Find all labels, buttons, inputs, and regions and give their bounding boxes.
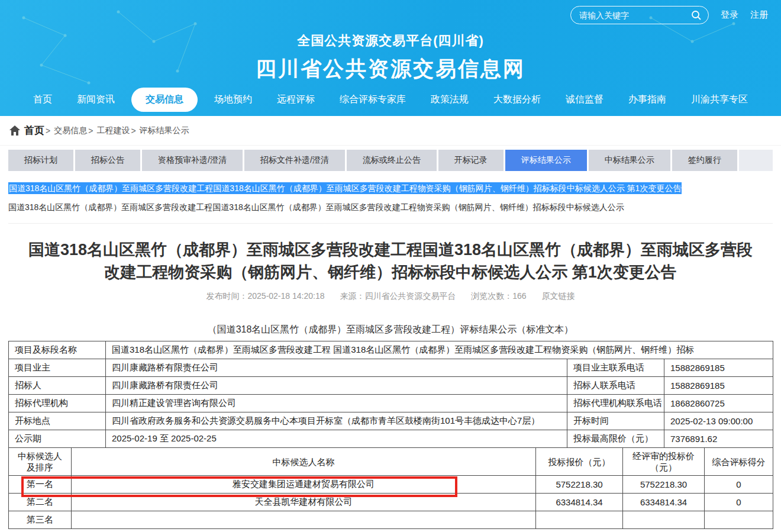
candidate-name — [72, 511, 536, 529]
detail-value: 国道318名山区黑竹（成都界）至雨城区多营段改建工程 国道318名山区黑竹（成都… — [106, 341, 773, 359]
column-header-rank: 中标候选人及排序 — [9, 448, 72, 476]
breadcrumb-trade-info[interactable]: 交易信息 — [54, 125, 87, 136]
candidate-name: 雅安交建集团运通建材贸易有限公司 — [72, 476, 536, 494]
candidate-bid — [536, 511, 623, 529]
breadcrumb-separator: > — [46, 126, 50, 136]
detail-value: 15882869185 — [664, 377, 773, 395]
register-link[interactable]: 注册 — [750, 9, 768, 21]
column-header-name: 中标候选人名称 — [72, 448, 536, 476]
page: 登录 注册 全国公共资源交易平台(四川省) 四川省公共资源交易信息网 首页 新闻… — [0, 0, 781, 532]
breadcrumb-engineering[interactable]: 工程建设 — [96, 125, 130, 136]
detail-value: 四川精正建设管理咨询有限公司 — [106, 395, 567, 412]
nav-item-home[interactable]: 首页 — [25, 88, 60, 112]
page-title-line1: 国道318名山区黑竹（成都界）至雨城区多营段改建工程国道318名山区黑竹（成都界… — [18, 238, 763, 261]
detail-value: 四川省政府政务服务和公共资源交易服务中心本项目开标室（成都市青羊区鼓楼南街101… — [106, 412, 567, 430]
table-row: 公示期 2025-02-19 至 2025-02-25 投标最高限价（元） 73… — [9, 430, 773, 448]
list-item[interactable]: 国道318名山区黑竹（成都界）至雨城区多营段改建工程国道318名山区黑竹（成都界… — [8, 201, 773, 214]
original-link[interactable]: 原文链接 — [542, 291, 575, 301]
nav-item-venue-booking[interactable]: 场地预约 — [206, 88, 260, 112]
tab-evaluation-result[interactable]: 评标结果公示 — [505, 150, 587, 171]
list-item-selected[interactable]: 国道318名山区黑竹（成都界）至雨城区多营段改建工程国道318名山区黑竹（成都界… — [8, 182, 773, 195]
detail-label: 投标最高限价（元） — [567, 430, 664, 448]
detail-label: 项目及标段名称 — [9, 341, 106, 359]
tab-failed-or-terminated[interactable]: 流标或终止公告 — [347, 150, 437, 171]
detail-value: 四川康藏路桥有限责任公司 — [106, 359, 567, 377]
candidate-name: 天全县凯华建材有限公司 — [72, 494, 536, 511]
column-header-evaluated-bid: 经评审的投标价（元） — [623, 448, 705, 476]
page-title-line2: 改建工程物资采购（钢筋网片、钢纤维）招标标段中标候选人公示 第1次变更公告 — [18, 261, 763, 283]
site-header: 登录 注册 全国公共资源交易平台(四川省) 四川省公共资源交易信息网 首页 新闻… — [0, 0, 781, 116]
candidate-header-row: 中标候选人及排序 中标候选人名称 投标报价（元） 经评审的投标价（元） 综合评标… — [9, 448, 773, 476]
nav-item-chuanyu-zone[interactable]: 川渝共享专区 — [683, 88, 756, 112]
detail-label: 项目业主 — [9, 359, 106, 377]
candidate-rank: 第二名 — [9, 494, 72, 511]
nav-item-integrity[interactable]: 诚信监督 — [557, 88, 612, 112]
breadcrumb: 首页 > 交易信息 > 工程建设 > 评标结果公示 — [0, 116, 781, 146]
login-link[interactable]: 登录 — [721, 9, 738, 21]
article-meta: 发布时间：2025-02-18 14:20:18 来源：四川省公共资源交易平台 … — [0, 291, 781, 302]
tab-bidding-plan[interactable]: 招标计划 — [8, 150, 73, 171]
source: 来源：四川省公共资源交易平台 — [340, 291, 456, 301]
candidate-row-third: 第三名 — [9, 511, 773, 529]
tab-winning-result[interactable]: 中标结果公示 — [589, 150, 670, 171]
site-subtitle: 全国公共资源交易平台(四川省) — [0, 32, 781, 50]
result-list: 国道318名山区黑竹（成都界）至雨城区多营段改建工程国道318名山区黑竹（成都界… — [8, 182, 773, 224]
search-input[interactable] — [579, 11, 690, 20]
topbar: 登录 注册 — [570, 6, 768, 24]
candidate-score — [705, 511, 773, 529]
view-count: 浏览次数：166 — [471, 291, 526, 301]
nav-item-big-data[interactable]: 大数据分析 — [485, 88, 549, 112]
search-box — [570, 6, 709, 24]
page-title: 国道318名山区黑竹（成都界）至雨城区多营段改建工程国道318名山区黑竹（成都界… — [18, 238, 763, 283]
nav-item-guide[interactable]: 办事指南 — [620, 88, 674, 112]
detail-label: 开标地点 — [9, 412, 106, 430]
project-detail-table: 项目及标段名称 国道318名山区黑竹（成都界）至雨城区多营段改建工程 国道318… — [8, 341, 773, 448]
detail-value: 2025-02-13 09:00:00 — [664, 412, 773, 430]
nav-item-remote-evaluation[interactable]: 远程评标 — [269, 88, 323, 112]
breadcrumb-home[interactable]: 首页 — [24, 124, 44, 137]
column-header-score: 综合评标得分 — [705, 448, 773, 476]
nav-item-news[interactable]: 新闻资讯 — [69, 88, 123, 112]
detail-value: 15882869185 — [664, 359, 773, 377]
candidate-evaluated-bid: 6334814.34 — [623, 494, 705, 511]
detail-label: 招标代理机构联系电话 — [567, 395, 664, 412]
detail-label: 招标人 — [9, 377, 106, 395]
detail-label: 开标时间 — [567, 412, 664, 430]
tab-bidding-announcement[interactable]: 招标公告 — [75, 150, 140, 171]
selected-text: 国道318名山区黑竹（成都界）至雨城区多营段改建工程国道318名山区黑竹（成都界… — [8, 182, 682, 194]
site-title: 四川省公共资源交易信息网 — [0, 55, 781, 83]
column-header-bid: 投标报价（元） — [536, 448, 623, 476]
candidate-table: 中标候选人及排序 中标候选人名称 投标报价（元） 经评审的投标价（元） 综合评标… — [8, 447, 773, 529]
candidate-score: 0 — [705, 476, 773, 494]
detail-value: 四川康藏路桥有限责任公司 — [106, 377, 567, 395]
candidate-bid: 5752218.30 — [536, 476, 623, 494]
detail-label: 项目业主联系电话 — [567, 359, 664, 377]
candidate-score: 0 — [705, 494, 773, 511]
nav-item-trade-info[interactable]: 交易信息 — [131, 88, 198, 112]
candidate-evaluated-bid — [623, 511, 705, 529]
table-caption: （国道318名山区黑竹（成都界）至雨城区多营段改建工程）评标结果公示（标准文本） — [0, 324, 781, 336]
detail-label: 公示期 — [9, 430, 106, 448]
nav-item-expert-pool[interactable]: 综合评标专家库 — [331, 88, 414, 112]
table-row: 开标地点 四川省政府政务服务和公共资源交易服务中心本项目开标室（成都市青羊区鼓楼… — [9, 412, 773, 430]
candidate-evaluated-bid: 5752218.30 — [623, 476, 705, 494]
breadcrumb-evaluation-result[interactable]: 评标结果公示 — [140, 125, 189, 136]
nav-item-policies[interactable]: 政策法规 — [422, 88, 477, 112]
candidate-row-first: 第一名 雅安交建集团运通建材贸易有限公司 5752218.30 5752218.… — [9, 476, 773, 494]
home-icon[interactable] — [9, 125, 20, 136]
detail-label: 招标人联系电话 — [567, 377, 664, 395]
tab-contract-performance[interactable]: 签约履行 — [672, 150, 737, 171]
tab-bid-opening-record[interactable]: 开标记录 — [438, 150, 504, 171]
breadcrumb-separator: > — [88, 126, 93, 136]
category-tabs: 招标计划 招标公告 资格预审补遗/澄清 招标文件补遗/澄清 流标或终止公告 开标… — [8, 150, 773, 171]
tab-bid-document-addendum[interactable]: 招标文件补遗/澄清 — [244, 150, 345, 171]
section-divider — [8, 223, 773, 224]
detail-label: 招标代理机构 — [9, 395, 106, 412]
table-row: 招标代理机构 四川精正建设管理咨询有限公司 招标代理机构联系电话 1868286… — [9, 395, 773, 412]
tab-prequalification-addendum[interactable]: 资格预审补遗/澄清 — [142, 150, 243, 171]
candidate-row-second: 第二名 天全县凯华建材有限公司 6334814.34 6334814.34 0 — [9, 494, 773, 511]
search-icon[interactable] — [690, 9, 702, 21]
candidate-rank: 第一名 — [9, 476, 72, 494]
candidate-bid: 6334814.34 — [536, 494, 623, 511]
table-row: 项目及标段名称 国道318名山区黑竹（成都界）至雨城区多营段改建工程 国道318… — [9, 341, 773, 359]
